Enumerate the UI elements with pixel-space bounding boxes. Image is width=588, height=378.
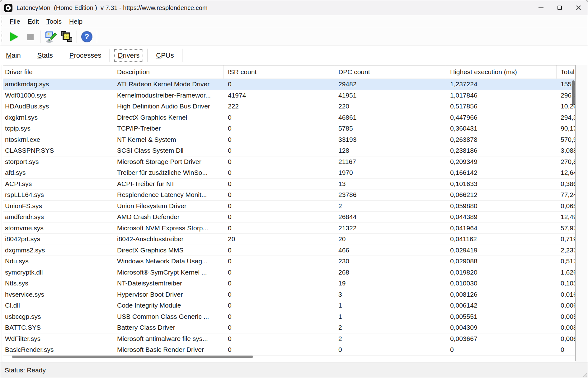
cell-total: 12,49 <box>557 212 575 222</box>
horizontal-scrollbar-thumb[interactable] <box>12 356 253 358</box>
cell-dpc-count: 46861 <box>334 112 446 123</box>
cell-highest-execution: 0,019820 <box>446 267 557 278</box>
tab-cpus[interactable]: CPUs <box>152 46 177 65</box>
cell-total: 294,3 <box>557 112 575 123</box>
close-button[interactable] <box>569 0 588 15</box>
cell-description: Battery Class Driver <box>113 322 224 333</box>
column-header-description[interactable]: Description <box>113 65 224 79</box>
cell-driver-file: UnionFS.sys <box>3 201 113 212</box>
minimize-button[interactable] <box>532 0 550 15</box>
tab-separator <box>61 49 61 62</box>
cell-total: 270,8 <box>557 156 575 167</box>
table-row[interactable]: WdFilter.sys Microsoft antimalware file … <box>3 333 575 345</box>
cell-highest-execution: 0,010030 <box>446 278 557 289</box>
cell-driver-file: dxgkrnl.sys <box>3 112 113 123</box>
table-row[interactable]: dxgmms2.sys DirectX Graphics MMS 0 466 0… <box>3 245 575 256</box>
cell-highest-execution: 0,166142 <box>446 167 557 178</box>
menu-item-tools[interactable]: Tools <box>43 15 65 28</box>
cell-isr-count: 0 <box>224 245 334 256</box>
table-row[interactable]: Ndu.sys Windows Network Data Usag... 0 2… <box>3 256 575 267</box>
table-row[interactable]: amdfendr.sys AMD Crash Defender 0 26844 … <box>3 212 575 223</box>
cell-isr-count: 0 <box>224 134 334 145</box>
cell-description: Microsoft Basic Render Driver <box>113 344 224 355</box>
table-row[interactable]: HDAudBus.sys High Definition Audio Bus D… <box>3 101 575 112</box>
options-button[interactable] <box>42 29 59 44</box>
tab-main-label: Main <box>2 49 25 62</box>
start-monitor-button[interactable] <box>6 29 22 44</box>
table-row[interactable]: ACPI.sys ACPI-Treiber für NT 0 13 0,1016… <box>3 179 575 190</box>
cell-dpc-count: 29482 <box>334 79 446 90</box>
table-row[interactable]: amdkmdag.sys ATI Radeon Kernel Mode Driv… <box>3 79 575 90</box>
table-row[interactable]: UnionFS.sys Union Filesystem Driver 0 2 … <box>3 201 575 212</box>
table-row[interactable]: storport.sys Microsoft Storage Port Driv… <box>3 156 575 168</box>
table-body: amdkmdag.sys ATI Radeon Kernel Mode Driv… <box>3 79 575 356</box>
tab-drivers[interactable]: Drivers <box>114 46 143 65</box>
cell-dpc-count: 1 <box>334 311 446 322</box>
table-row[interactable]: ntoskrnl.exe NT Kernel & System 0 33193 … <box>3 134 575 146</box>
cell-description: Windows Network Data Usag... <box>113 256 224 267</box>
toolbar-drag-gripper[interactable] <box>2 31 3 42</box>
maximize-button[interactable] <box>550 0 569 15</box>
toolbar-separator <box>77 31 77 43</box>
cell-isr-count: 41974 <box>224 90 334 101</box>
cell-highest-execution: 0,003667 <box>446 333 557 344</box>
table-row[interactable]: Wdf01000.sys Kernelmodustreiber-Framewor… <box>3 90 575 101</box>
cell-description: NT Kernel & System <box>113 134 224 145</box>
cell-isr-count: 0 <box>224 300 334 311</box>
table-row[interactable]: i8042prt.sys i8042-Anschlusstreiber 20 2… <box>3 234 575 245</box>
tab-stats[interactable]: Stats <box>34 46 57 65</box>
vertical-scrollbar-thumb[interactable] <box>572 80 575 105</box>
cell-highest-execution: 0,209349 <box>446 156 557 167</box>
column-header-driver-file[interactable]: Driver file <box>3 65 113 79</box>
table-row[interactable]: BATTC.SYS Battery Class Driver 0 2 0,004… <box>3 322 575 333</box>
table-row[interactable]: Ntfs.sys NT-Dateisystemtreiber 0 19 0,01… <box>3 278 575 289</box>
column-header-highest-execution[interactable]: Highest execution (ms) <box>446 65 557 79</box>
cell-isr-count: 0 <box>224 123 334 134</box>
cell-description: ACPI-Treiber für NT <box>113 179 224 189</box>
table-row[interactable]: symcryptk.dll Microsoft® SymCrypt Kernel… <box>3 267 575 278</box>
cell-highest-execution: 0 <box>446 344 557 355</box>
table-row[interactable]: stornvme.sys Microsoft NVM Express Storp… <box>3 223 575 234</box>
cell-description: Resplendence Latency Monit... <box>113 189 224 200</box>
cell-dpc-count: 21322 <box>334 223 446 234</box>
cell-isr-count: 0 <box>224 189 334 200</box>
cell-description: USB Common Class Generic ... <box>113 311 224 322</box>
menu-item-edit[interactable]: Edit <box>24 15 43 28</box>
table-row[interactable]: tcpip.sys TCP/IP-Treiber 0 5785 0,360431… <box>3 123 575 134</box>
column-header-total[interactable]: Total <box>557 65 575 79</box>
windows-button[interactable] <box>59 29 75 44</box>
table-row[interactable]: rspLLL64.sys Resplendence Latency Monit.… <box>3 189 575 201</box>
tab-main[interactable]: Main <box>2 46 25 65</box>
cell-description: Microsoft NVM Express Storp... <box>113 223 224 234</box>
menu-drag-gripper[interactable] <box>2 17 3 26</box>
table-row[interactable]: CLASSPNP.SYS SCSI Class System Dll 0 128… <box>3 145 575 156</box>
svg-text:?: ? <box>85 32 89 41</box>
cell-driver-file: CLASSPNP.SYS <box>3 145 113 156</box>
cell-total: 0,105 <box>557 278 575 289</box>
cell-description: Microsoft antimalware file sys... <box>113 333 224 344</box>
cell-dpc-count: 466 <box>334 245 446 256</box>
menu-item-file[interactable]: File <box>6 15 24 28</box>
column-header-isr-count[interactable]: ISR count <box>224 65 334 79</box>
tab-processes[interactable]: Processes <box>66 46 105 65</box>
cell-driver-file: Ntfs.sys <box>3 278 113 289</box>
table-row[interactable]: dxgkrnl.sys DirectX Graphics Kernel 0 46… <box>3 112 575 123</box>
cell-total: 0,386 <box>557 179 575 189</box>
column-header-dpc-count[interactable]: DPC count <box>334 65 446 79</box>
cell-isr-count: 20 <box>224 234 334 245</box>
cell-highest-execution: 0,360431 <box>446 123 557 134</box>
help-button[interactable]: ? <box>79 29 95 44</box>
menu-item-help[interactable]: Help <box>65 15 86 28</box>
table-row[interactable]: BasicRender.sys Microsoft Basic Render D… <box>3 344 575 356</box>
table-row[interactable]: CI.dll Code Integrity Module 0 1 0,00614… <box>3 300 575 311</box>
window-title: LatencyMon (Home Edition ) v 7.31 - http… <box>16 4 208 12</box>
stop-monitor-button[interactable] <box>22 29 38 44</box>
cell-description: i8042-Anschlusstreiber <box>113 234 224 245</box>
cell-isr-count: 0 <box>224 167 334 178</box>
app-icon <box>4 4 12 12</box>
table-row[interactable]: hvservice.sys Hypervisor Boot Driver 0 3… <box>3 289 575 300</box>
table-row[interactable]: usbccgp.sys USB Common Class Generic ...… <box>3 311 575 323</box>
cell-highest-execution: 0,004309 <box>446 322 557 333</box>
table-row[interactable]: afd.sys Treiber für zusätzliche WinSo...… <box>3 167 575 179</box>
cell-dpc-count: 2 <box>334 201 446 212</box>
